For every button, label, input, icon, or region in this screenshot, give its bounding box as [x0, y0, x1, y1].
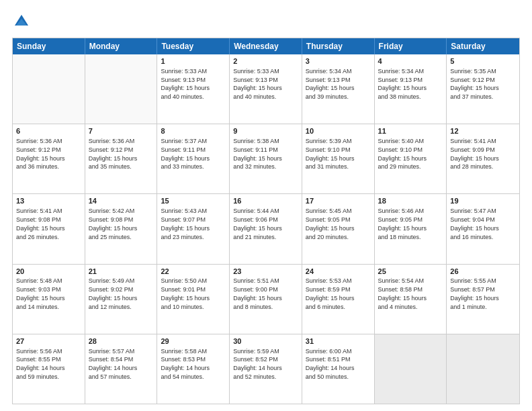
- cal-cell-day-6: 6Sunrise: 5:36 AMSunset: 9:12 PMDaylight…: [13, 124, 85, 193]
- cal-cell-empty: [447, 334, 519, 404]
- cal-cell-day-24: 24Sunrise: 5:53 AMSunset: 8:59 PMDayligh…: [302, 265, 375, 334]
- day-number: 30: [233, 336, 298, 347]
- day-number: 13: [16, 196, 81, 206]
- header-day-sunday: Sunday: [13, 38, 85, 54]
- cal-cell-day-22: 22Sunrise: 5:50 AMSunset: 9:01 PMDayligh…: [157, 265, 230, 334]
- day-number: 5: [450, 56, 516, 66]
- cell-info: Sunrise: 5:50 AMSunset: 9:01 PMDaylight:…: [161, 277, 210, 310]
- cal-cell-day-13: 13Sunrise: 5:41 AMSunset: 9:08 PMDayligh…: [13, 194, 85, 263]
- day-number: 29: [161, 336, 226, 347]
- cell-info: Sunrise: 5:36 AMSunset: 9:12 PMDaylight:…: [89, 138, 138, 170]
- cal-cell-empty: [375, 334, 447, 404]
- cell-info: Sunrise: 5:51 AMSunset: 9:00 PMDaylight:…: [233, 277, 282, 310]
- cal-cell-day-27: 27Sunrise: 5:56 AMSunset: 8:55 PMDayligh…: [13, 334, 85, 404]
- cal-cell-day-28: 28Sunrise: 5:57 AMSunset: 8:54 PMDayligh…: [85, 334, 158, 404]
- cal-cell-day-23: 23Sunrise: 5:51 AMSunset: 9:00 PMDayligh…: [230, 265, 302, 334]
- header-day-saturday: Saturday: [447, 38, 519, 54]
- day-number: 24: [306, 267, 371, 277]
- cal-cell-day-21: 21Sunrise: 5:49 AMSunset: 9:02 PMDayligh…: [85, 265, 158, 334]
- day-number: 31: [306, 336, 371, 347]
- cal-cell-day-4: 4Sunrise: 5:34 AMSunset: 9:13 PMDaylight…: [375, 54, 447, 124]
- cell-info: Sunrise: 5:34 AMSunset: 9:13 PMDaylight:…: [378, 68, 427, 100]
- cell-info: Sunrise: 5:48 AMSunset: 9:03 PMDaylight:…: [16, 277, 65, 310]
- header-day-tuesday: Tuesday: [157, 38, 230, 54]
- cell-info: Sunrise: 5:40 AMSunset: 9:10 PMDaylight:…: [378, 138, 427, 170]
- header-day-monday: Monday: [85, 38, 158, 54]
- day-number: 1: [161, 56, 226, 66]
- day-number: 10: [306, 126, 371, 136]
- cell-info: Sunrise: 5:45 AMSunset: 9:05 PMDaylight:…: [306, 208, 355, 240]
- calendar-header-row: SundayMondayTuesdayWednesdayThursdayFrid…: [13, 38, 519, 54]
- cal-cell-empty: [13, 54, 85, 124]
- cal-cell-day-7: 7Sunrise: 5:36 AMSunset: 9:12 PMDaylight…: [85, 124, 158, 193]
- day-number: 19: [450, 196, 516, 206]
- cell-info: Sunrise: 5:55 AMSunset: 8:57 PMDaylight:…: [450, 277, 499, 310]
- cell-info: Sunrise: 5:57 AMSunset: 8:54 PMDaylight:…: [89, 348, 138, 380]
- day-number: 22: [161, 267, 226, 277]
- cell-info: Sunrise: 6:00 AMSunset: 8:51 PMDaylight:…: [306, 348, 355, 380]
- cell-info: Sunrise: 5:36 AMSunset: 9:12 PMDaylight:…: [16, 138, 65, 170]
- cell-info: Sunrise: 5:59 AMSunset: 8:52 PMDaylight:…: [233, 348, 282, 380]
- logo: [12, 12, 34, 31]
- cal-cell-day-3: 3Sunrise: 5:34 AMSunset: 9:13 PMDaylight…: [302, 54, 375, 124]
- logo-icon: [12, 12, 31, 31]
- cell-info: Sunrise: 5:35 AMSunset: 9:12 PMDaylight:…: [450, 68, 499, 100]
- day-number: 20: [16, 267, 81, 277]
- cal-cell-day-9: 9Sunrise: 5:38 AMSunset: 9:11 PMDaylight…: [230, 124, 302, 193]
- cal-cell-day-20: 20Sunrise: 5:48 AMSunset: 9:03 PMDayligh…: [13, 265, 85, 334]
- page: SundayMondayTuesdayWednesdayThursdayFrid…: [0, 0, 532, 411]
- cal-cell-day-30: 30Sunrise: 5:59 AMSunset: 8:52 PMDayligh…: [230, 334, 302, 404]
- day-number: 16: [233, 196, 298, 206]
- cell-info: Sunrise: 5:44 AMSunset: 9:06 PMDaylight:…: [233, 208, 282, 240]
- cell-info: Sunrise: 5:53 AMSunset: 8:59 PMDaylight:…: [306, 277, 355, 310]
- header: [12, 12, 520, 31]
- cell-info: Sunrise: 5:41 AMSunset: 9:08 PMDaylight:…: [16, 208, 65, 240]
- day-number: 27: [16, 336, 81, 347]
- cal-cell-day-15: 15Sunrise: 5:43 AMSunset: 9:07 PMDayligh…: [157, 194, 230, 263]
- cal-cell-day-16: 16Sunrise: 5:44 AMSunset: 9:06 PMDayligh…: [230, 194, 302, 263]
- cal-cell-day-1: 1Sunrise: 5:33 AMSunset: 9:13 PMDaylight…: [157, 54, 230, 124]
- cal-cell-day-19: 19Sunrise: 5:47 AMSunset: 9:04 PMDayligh…: [447, 194, 519, 263]
- cell-info: Sunrise: 5:37 AMSunset: 9:11 PMDaylight:…: [161, 138, 210, 170]
- day-number: 2: [233, 56, 298, 66]
- cell-info: Sunrise: 5:49 AMSunset: 9:02 PMDaylight:…: [89, 277, 138, 310]
- day-number: 8: [161, 126, 226, 136]
- day-number: 25: [378, 267, 443, 277]
- cal-cell-day-10: 10Sunrise: 5:39 AMSunset: 9:10 PMDayligh…: [302, 124, 375, 193]
- calendar-row-2: 13Sunrise: 5:41 AMSunset: 9:08 PMDayligh…: [13, 193, 519, 263]
- day-number: 15: [161, 196, 226, 206]
- cal-cell-day-31: 31Sunrise: 6:00 AMSunset: 8:51 PMDayligh…: [302, 334, 375, 404]
- day-number: 9: [233, 126, 298, 136]
- cal-cell-day-8: 8Sunrise: 5:37 AMSunset: 9:11 PMDaylight…: [157, 124, 230, 193]
- day-number: 14: [89, 196, 154, 206]
- header-day-wednesday: Wednesday: [230, 38, 302, 54]
- cal-cell-day-18: 18Sunrise: 5:46 AMSunset: 9:05 PMDayligh…: [375, 194, 447, 263]
- cell-info: Sunrise: 5:33 AMSunset: 9:13 PMDaylight:…: [233, 68, 282, 100]
- cell-info: Sunrise: 5:46 AMSunset: 9:05 PMDaylight:…: [378, 208, 427, 240]
- day-number: 28: [89, 336, 154, 347]
- day-number: 7: [89, 126, 154, 136]
- day-number: 21: [89, 267, 154, 277]
- cell-info: Sunrise: 5:47 AMSunset: 9:04 PMDaylight:…: [450, 208, 499, 240]
- cell-info: Sunrise: 5:56 AMSunset: 8:55 PMDaylight:…: [16, 348, 65, 380]
- calendar: SundayMondayTuesdayWednesdayThursdayFrid…: [12, 38, 520, 404]
- cal-cell-day-2: 2Sunrise: 5:33 AMSunset: 9:13 PMDaylight…: [230, 54, 302, 124]
- cal-cell-day-26: 26Sunrise: 5:55 AMSunset: 8:57 PMDayligh…: [447, 265, 519, 334]
- day-number: 3: [306, 56, 371, 66]
- day-number: 4: [378, 56, 443, 66]
- cell-info: Sunrise: 5:38 AMSunset: 9:11 PMDaylight:…: [233, 138, 282, 170]
- cell-info: Sunrise: 5:39 AMSunset: 9:10 PMDaylight:…: [306, 138, 355, 170]
- cell-info: Sunrise: 5:33 AMSunset: 9:13 PMDaylight:…: [161, 68, 210, 100]
- cal-cell-empty: [85, 54, 158, 124]
- day-number: 12: [450, 126, 516, 136]
- cal-cell-day-17: 17Sunrise: 5:45 AMSunset: 9:05 PMDayligh…: [302, 194, 375, 263]
- cal-cell-day-29: 29Sunrise: 5:58 AMSunset: 8:53 PMDayligh…: [157, 334, 230, 404]
- calendar-body: 1Sunrise: 5:33 AMSunset: 9:13 PMDaylight…: [13, 54, 519, 404]
- cell-info: Sunrise: 5:58 AMSunset: 8:53 PMDaylight:…: [161, 348, 210, 380]
- day-number: 26: [450, 267, 516, 277]
- calendar-row-1: 6Sunrise: 5:36 AMSunset: 9:12 PMDaylight…: [13, 124, 519, 193]
- header-day-friday: Friday: [375, 38, 447, 54]
- cal-cell-day-11: 11Sunrise: 5:40 AMSunset: 9:10 PMDayligh…: [375, 124, 447, 193]
- calendar-row-3: 20Sunrise: 5:48 AMSunset: 9:03 PMDayligh…: [13, 264, 519, 334]
- cell-info: Sunrise: 5:41 AMSunset: 9:09 PMDaylight:…: [450, 138, 499, 170]
